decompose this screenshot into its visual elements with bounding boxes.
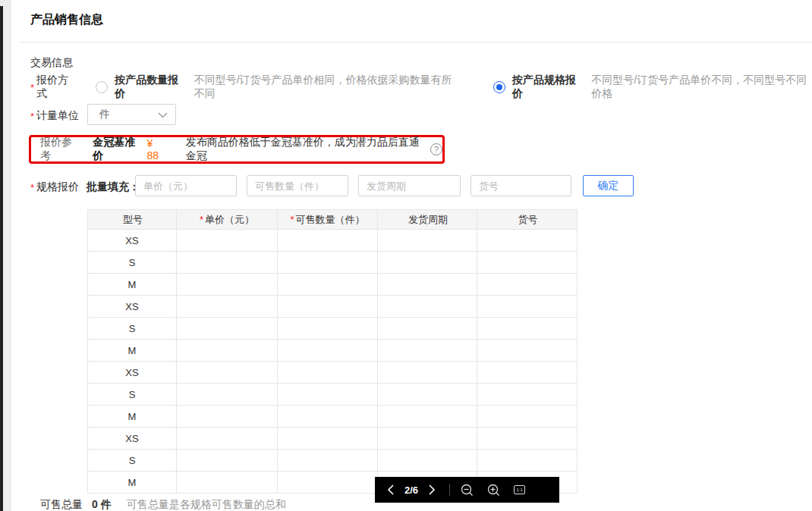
qty-cell[interactable]	[278, 472, 378, 494]
item-no-cell[interactable]	[477, 428, 578, 450]
delivery-cell[interactable]	[378, 340, 477, 362]
qty-cell[interactable]	[278, 428, 378, 450]
model-cell: S	[88, 318, 177, 340]
model-cell: M	[88, 274, 177, 296]
delivery-cell[interactable]	[378, 230, 477, 252]
unit-price-cell[interactable]	[177, 428, 278, 450]
item-no-cell[interactable]	[477, 252, 578, 274]
delivery-cell[interactable]	[378, 274, 477, 296]
table-row: S	[88, 384, 578, 406]
qty-cell[interactable]	[278, 406, 378, 428]
model-cell: S	[88, 384, 177, 406]
quote-reference-label: 报价参考	[40, 136, 80, 163]
batch-available-qty-input[interactable]	[247, 175, 348, 196]
table-header-row: 型号 *单价（元） *可售数量（件） 发货周期 货号	[88, 210, 578, 230]
quote-method-label: 报价方式	[36, 74, 76, 101]
qty-cell[interactable]	[278, 362, 378, 384]
unit-price-cell[interactable]	[177, 362, 278, 384]
model-cell: S	[88, 450, 177, 472]
previous-page-icon[interactable]	[387, 484, 394, 495]
table-row: M	[88, 340, 578, 362]
item-no-cell[interactable]	[477, 450, 578, 472]
benchmark-price-label: 金冠基准价	[93, 136, 142, 163]
delivery-cell[interactable]	[378, 318, 477, 340]
unit-select[interactable]: 件	[87, 104, 176, 125]
unit-row: * 计量单位	[30, 109, 79, 123]
zoom-out-icon[interactable]	[461, 484, 474, 497]
unit-price-cell[interactable]	[177, 450, 278, 472]
radio-by-spec[interactable]	[493, 81, 505, 93]
delivery-cell[interactable]	[378, 450, 477, 472]
qty-cell[interactable]	[278, 252, 378, 274]
unit-price-cell[interactable]	[177, 274, 278, 296]
chevron-down-icon	[158, 108, 168, 121]
item-no-cell[interactable]	[477, 296, 578, 318]
col-header-item-number: 货号	[477, 210, 578, 230]
qty-cell[interactable]	[278, 340, 378, 362]
delivery-cell[interactable]	[378, 406, 477, 428]
table-row: S	[88, 450, 578, 472]
table-row: M	[88, 274, 578, 296]
radio-by-quantity[interactable]	[96, 81, 108, 93]
qty-cell[interactable]	[278, 230, 378, 252]
unit-price-cell[interactable]	[177, 384, 278, 406]
item-no-cell[interactable]	[477, 230, 578, 252]
col-header-unit-price: *单价（元）	[177, 210, 278, 230]
required-asterisk: *	[30, 182, 34, 193]
model-cell: XS	[88, 428, 177, 450]
confirm-button[interactable]: 确定	[583, 175, 634, 196]
radio-by-spec-desc: 不同型号/订货号产品单价不同，不同型号不同价格	[591, 74, 812, 101]
model-cell: XS	[88, 362, 177, 384]
col-header-model: 型号	[88, 210, 177, 230]
model-cell: M	[88, 406, 177, 428]
unit-price-cell[interactable]	[177, 340, 278, 362]
model-cell: S	[88, 252, 177, 274]
delivery-cell[interactable]	[378, 252, 477, 274]
required-asterisk: *	[30, 82, 34, 93]
item-no-cell[interactable]	[477, 384, 578, 406]
item-no-cell[interactable]	[477, 274, 578, 296]
item-no-cell[interactable]	[477, 362, 578, 384]
total-quantity-value: 0 件	[92, 498, 112, 511]
item-no-cell[interactable]	[477, 318, 578, 340]
delivery-cell[interactable]	[378, 362, 477, 384]
quote-method-row: * 报价方式 按产品数量报价 不同型号/订货号产品单价相同，价格依据采购数量有所…	[30, 80, 812, 95]
qty-cell[interactable]	[278, 296, 378, 318]
spec-quote-row: * 规格报价 批量填充：	[30, 180, 140, 194]
col-header-delivery-cycle: 发货周期	[378, 210, 477, 230]
unit-price-cell[interactable]	[177, 472, 278, 494]
qty-cell[interactable]	[278, 318, 378, 340]
qty-cell[interactable]	[278, 274, 378, 296]
title-divider	[19, 42, 812, 42]
qty-cell[interactable]	[278, 450, 378, 472]
help-question-icon[interactable]: ?	[430, 143, 442, 155]
col-header-available-qty: *可售数量（件）	[278, 210, 378, 230]
next-page-icon[interactable]	[429, 484, 436, 495]
table-row: XS	[88, 230, 578, 252]
table-row: XS	[88, 296, 578, 318]
unit-label: 计量单位	[36, 109, 79, 123]
item-no-cell[interactable]	[477, 340, 578, 362]
unit-price-cell[interactable]	[177, 296, 278, 318]
delivery-cell[interactable]	[378, 296, 477, 318]
unit-price-cell[interactable]	[177, 406, 278, 428]
item-no-cell[interactable]	[477, 406, 578, 428]
unit-price-cell[interactable]	[177, 230, 278, 252]
batch-delivery-cycle-input[interactable]	[358, 175, 461, 196]
zoom-in-icon[interactable]	[487, 484, 500, 497]
batch-item-number-input[interactable]	[471, 175, 571, 196]
radio-by-spec-label[interactable]: 按产品规格报价	[512, 74, 581, 101]
batch-unit-price-input[interactable]	[135, 175, 237, 196]
delivery-cell[interactable]	[378, 384, 477, 406]
model-cell: M	[88, 340, 177, 362]
unit-price-cell[interactable]	[177, 318, 278, 340]
radio-by-quantity-label[interactable]: 按产品数量报价	[115, 74, 184, 101]
delivery-cell[interactable]	[378, 428, 477, 450]
actual-size-icon[interactable]: 1:1	[514, 485, 525, 494]
radio-by-quantity-desc: 不同型号/订货号产品单价相同，价格依据采购数量有所不同	[194, 74, 455, 101]
table-row: M	[88, 406, 578, 428]
section-title-trade-info: 交易信息	[30, 56, 73, 70]
unit-price-cell[interactable]	[177, 252, 278, 274]
spec-price-table: 型号 *单价（元） *可售数量（件） 发货周期 货号 XS S M XS S M…	[87, 209, 578, 494]
qty-cell[interactable]	[278, 384, 378, 406]
